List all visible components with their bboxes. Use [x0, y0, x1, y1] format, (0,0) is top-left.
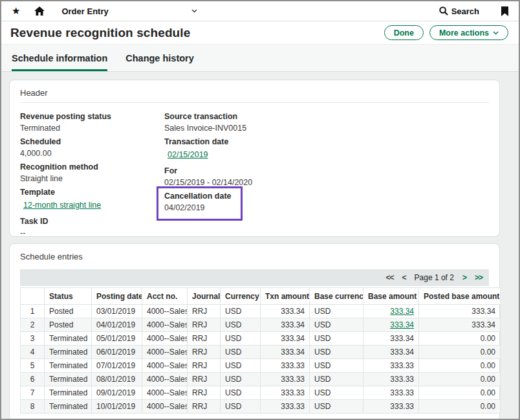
cell-acct-no: 4000--Sales — [142, 346, 188, 359]
column-header-journal: Journal — [188, 288, 221, 305]
cell-acct-no: 4000--Sales — [142, 305, 188, 318]
table-row: 5Terminated07/01/20194000--SalesRRJUSD33… — [21, 359, 501, 373]
page-indicator: Page 1 of 2 — [415, 273, 454, 282]
cell-txn-amount: 333.33 — [261, 386, 310, 400]
table-row: 4Terminated06/01/20194000--SalesRRJUSD33… — [21, 346, 501, 359]
cell-status: Terminated — [45, 359, 92, 373]
cell-posting-date: 08/01/2019 — [92, 373, 142, 386]
done-button[interactable]: Done — [384, 25, 424, 40]
cell-currency: USD — [221, 373, 261, 386]
cell-journal: RRJ — [188, 359, 221, 373]
field-for: For02/15/2019 - 02/14/2020 — [164, 166, 489, 188]
base-amount-link[interactable]: 333.34 — [390, 307, 414, 316]
cell-txn-amount: 333.34 — [261, 346, 310, 359]
table-row: 2Posted04/01/20194000--SalesRRJUSD333.34… — [21, 318, 501, 332]
cell-posting-date: 05/01/2019 — [92, 332, 142, 346]
field-label: For — [164, 166, 489, 176]
cell-posted-base-amount: 0.00 — [419, 346, 501, 359]
home-icon[interactable] — [34, 6, 45, 16]
page-title: Revenue recognition schedule — [10, 26, 190, 40]
chevron-down-icon — [493, 31, 499, 35]
column-header-acct-no: Acct no. — [142, 288, 188, 305]
more-actions-button[interactable]: More actions — [429, 25, 508, 40]
search-label: Search — [451, 6, 479, 16]
cell-status: Posted — [45, 305, 92, 318]
field-value: Straight line — [20, 173, 164, 184]
cell-posted-base-amount: 0.00 — [419, 373, 501, 386]
cell-status: Posted — [45, 318, 92, 332]
module-dropdown[interactable]: Order Entry — [61, 6, 197, 16]
cell-txn-amount: 333.34 — [261, 305, 310, 318]
table-row: 8Terminated10/01/20194000--SalesRRJUSD33… — [21, 400, 501, 414]
cell-currency: USD — [221, 305, 261, 318]
cell-base-currency: USD — [310, 346, 363, 359]
field-label: Task ID — [20, 216, 164, 227]
table-header-row: StatusPosting dateAcct no.JournalCurrenc… — [21, 288, 501, 305]
grid-toolbar: << < Page 1 of 2 > >> — [20, 269, 489, 286]
more-actions-label: More actions — [439, 28, 489, 38]
favorites-star-icon[interactable]: ★ — [12, 5, 20, 17]
tab-change-history[interactable]: Change history — [125, 53, 194, 71]
cell-journal: RRJ — [188, 400, 221, 414]
cell-posting-date: 09/01/2019 — [92, 386, 142, 400]
field-value: Terminated — [20, 123, 164, 133]
cell-posting-date: 10/01/2019 — [92, 400, 142, 414]
cell-currency: USD — [221, 400, 261, 414]
cell-row-number: 3 — [21, 332, 45, 346]
prev-page-button[interactable]: < — [402, 273, 406, 282]
base-amount-link[interactable]: 333.34 — [390, 320, 414, 329]
cell-journal: RRJ — [188, 386, 221, 400]
cell-base-currency: USD — [310, 332, 363, 346]
cell-currency: USD — [221, 318, 261, 332]
search-icon — [439, 6, 448, 16]
first-page-button[interactable]: << — [386, 273, 394, 282]
field-label: Scheduled — [20, 137, 164, 147]
field-value: 4,000.00 — [20, 148, 164, 159]
field-cancellation-date: Cancellation date04/02/2019 — [157, 186, 243, 221]
cell-journal: RRJ — [188, 373, 221, 386]
next-page-button[interactable]: > — [462, 273, 466, 282]
bookmark-icon[interactable] — [501, 6, 508, 16]
cell-posted-base-amount: 333.34 — [419, 305, 501, 318]
column-header-currency: Currency — [221, 288, 261, 305]
tab-schedule-information[interactable]: Schedule information — [12, 53, 107, 71]
field-value[interactable]: 02/15/2019 — [168, 149, 208, 160]
cell-row-number: 7 — [21, 386, 45, 400]
field-value[interactable]: 12-month straight line — [23, 200, 101, 210]
cell-txn-amount: 333.33 — [261, 400, 310, 414]
cell-base-amount: 333.34 — [363, 305, 419, 318]
search-button[interactable]: Search — [439, 6, 479, 16]
cell-base-amount: 333.33 — [363, 400, 419, 414]
field-source-transaction: Source transactionSales Invoice-INV0015 — [164, 111, 489, 133]
cell-row-number: 1 — [21, 305, 45, 318]
cell-status: Terminated — [45, 346, 92, 359]
cell-base-amount: 333.33 — [363, 359, 419, 373]
cell-posting-date: 03/01/2019 — [92, 305, 142, 318]
cell-acct-no: 4000--Sales — [142, 332, 188, 346]
cell-acct-no: 4000--Sales — [142, 359, 188, 373]
field-value: -- — [20, 228, 164, 238]
cell-row-number: 5 — [21, 359, 45, 373]
field-label: Transaction date — [164, 137, 489, 147]
schedule-entries-title: Schedule entries — [20, 252, 489, 261]
cell-txn-amount: 333.34 — [261, 318, 310, 332]
schedule-entries-card: Schedule entries << < Page 1 of 2 > >> S… — [9, 243, 500, 419]
last-page-button[interactable]: >> — [475, 273, 482, 282]
table-row: 3Terminated05/01/20194000--SalesRRJUSD33… — [21, 332, 501, 346]
field-label: Template — [20, 187, 164, 197]
cell-posted-base-amount: 0.00 — [419, 386, 501, 400]
cell-posted-base-amount: 0.00 — [419, 332, 501, 346]
done-button-label: Done — [394, 28, 414, 38]
field-revenue-posting-status: Revenue posting statusTerminated — [20, 111, 164, 133]
table-row: 7Terminated09/01/20194000--SalesRRJUSD33… — [21, 386, 501, 400]
cell-journal: RRJ — [188, 346, 221, 359]
field-value: 02/15/2019 - 02/14/2020 — [164, 177, 489, 188]
column-header-base-amount: Base amount — [363, 288, 419, 305]
table-row: 1Posted03/01/20194000--SalesRRJUSD333.34… — [21, 305, 501, 318]
field-recognition-method: Recognition methodStraight line — [20, 162, 164, 184]
cell-journal: RRJ — [188, 305, 221, 318]
cell-status: Terminated — [45, 332, 92, 346]
cell-base-amount: 333.33 — [363, 373, 419, 386]
header-card: Header Revenue posting statusTerminatedS… — [9, 80, 500, 237]
cell-status: Terminated — [45, 386, 92, 400]
